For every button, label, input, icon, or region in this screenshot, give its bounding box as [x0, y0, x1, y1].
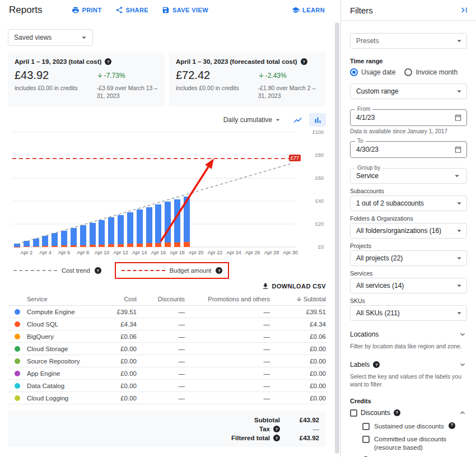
service-discounts: —: [137, 395, 185, 402]
dropdown-arrow-icon: [454, 86, 464, 96]
filtered-total-label: Filtered total: [231, 435, 270, 441]
budget-amount-badge: £77: [289, 155, 301, 161]
help-icon[interactable]: ?: [105, 58, 111, 65]
main-scrollbar[interactable]: [334, 0, 340, 457]
x-axis-tick: Apr 4: [39, 250, 52, 255]
col-cost[interactable]: Cost: [100, 296, 137, 302]
arrow-down-icon: [258, 72, 264, 78]
collapse-panel-icon: [459, 5, 469, 15]
services-select[interactable]: All services (14): [350, 278, 467, 293]
collapse-panel-button[interactable]: [459, 5, 469, 15]
summary-cards: April 1 – 19, 2023 (total cost) ? £43.92…: [8, 53, 326, 106]
range-type-value: Custom range: [356, 87, 398, 95]
col-service[interactable]: Service: [27, 296, 100, 302]
share-label: SHARE: [126, 7, 149, 13]
expand-icon[interactable]: [458, 360, 467, 369]
checkbox[interactable]: [362, 423, 370, 430]
service-promotions: —: [185, 383, 270, 389]
labels-title: Labels: [350, 361, 370, 369]
filters-title: Filters: [350, 6, 373, 15]
service-color-dot: [15, 358, 20, 364]
budget-amount-label: Budget amount: [170, 267, 212, 274]
collapse-icon[interactable]: [458, 408, 467, 417]
chart-mode-dropdown[interactable]: Daily cumulative: [223, 115, 282, 124]
cost-chart: £77 £0£20£40£60£80£100 Apr 2Apr 4Apr 6Ap…: [8, 129, 326, 261]
projects-label: Projects: [350, 243, 467, 249]
chart-controls: Daily cumulative: [8, 113, 326, 127]
radio-usage-date[interactable]: Usage date: [350, 68, 395, 76]
y-axis: £0£20£40£60£80£100: [298, 132, 324, 247]
radio-invoice-month[interactable]: Invoice month: [404, 68, 458, 76]
presets-select[interactable]: Presets: [350, 33, 467, 49]
subaccounts-select[interactable]: 1 out of 2 subaccounts: [350, 195, 467, 211]
calendar-icon[interactable]: [454, 114, 462, 122]
dropdown-arrow-icon: [454, 36, 464, 46]
bar-chart-icon: [313, 115, 323, 125]
expand-icon[interactable]: [458, 330, 467, 339]
help-icon[interactable]: ?: [373, 361, 380, 368]
x-axis-tick: Apr 8: [77, 250, 89, 255]
from-date-field[interactable]: From 4/1/23: [350, 109, 467, 126]
help-icon[interactable]: ?: [449, 422, 455, 429]
folders-organizations-value: All folders/organizations (16): [356, 227, 441, 235]
x-axis-tick: Apr 22: [208, 250, 223, 255]
calendar-icon[interactable]: [454, 146, 462, 153]
x-axis-tick: Apr 2: [20, 250, 32, 255]
print-label: PRINT: [82, 7, 102, 13]
col-subtotal[interactable]: Subtotal: [270, 296, 326, 302]
services-label: Services: [350, 270, 467, 277]
total-cost-card: April 1 – 19, 2023 (total cost) ? £43.92…: [8, 53, 165, 106]
discounts-checkbox[interactable]: [350, 409, 357, 417]
scrollbar-thumb[interactable]: [335, 22, 339, 454]
learn-label: LEARN: [302, 7, 325, 13]
help-icon[interactable]: ?: [95, 267, 101, 274]
help-icon[interactable]: ?: [216, 267, 222, 274]
save-view-button[interactable]: SAVE VIEW: [162, 6, 208, 14]
print-button[interactable]: PRINT: [72, 6, 102, 14]
service-subtotal: £0.00: [270, 395, 326, 402]
filtered-total-help-icon[interactable]: ?: [273, 435, 280, 441]
projects-value: All projects (22): [356, 254, 403, 262]
y-axis-tick: £80: [315, 152, 324, 158]
service-table-row: Cloud Logging£0.00——£0.00: [8, 392, 326, 404]
service-name: App Engine: [27, 370, 100, 377]
locations-section-header[interactable]: Locations: [350, 330, 467, 339]
service-color-dot: [15, 383, 20, 389]
service-name: Source Repository: [27, 358, 100, 365]
table-header-row: Service Cost Discounts Promotions and ot…: [8, 292, 326, 306]
forecast-cost-card: April 1 – 30, 2023 (forecasted total cos…: [169, 53, 326, 106]
service-table-row: Data Catalog£0.00——£0.00: [8, 380, 326, 392]
service-discounts: —: [137, 321, 185, 328]
chart-plot-area: £77: [12, 132, 295, 247]
y-axis-tick: £0: [318, 244, 324, 250]
service-table-row: Compute Engine£39.51——£39.51: [8, 306, 326, 318]
checkbox[interactable]: [362, 436, 370, 443]
arrow-down-icon: [97, 72, 103, 78]
learn-link[interactable]: LEARN: [292, 6, 325, 14]
projects-select[interactable]: All projects (22): [350, 250, 467, 266]
to-date-field[interactable]: To 4/30/23: [350, 141, 467, 158]
col-discounts[interactable]: Discounts: [137, 296, 185, 302]
reports-topbar: Reports PRINT SHARE SAVE VIEW LEARN: [0, 0, 334, 20]
bar-chart-toggle[interactable]: [309, 113, 326, 127]
tax-help-icon[interactable]: ?: [273, 426, 280, 432]
labels-section-header[interactable]: Labels ?: [350, 360, 467, 369]
x-axis-tick: Apr 12: [113, 250, 128, 255]
service-table-row: Cloud SQL£4.34——£4.34: [8, 318, 326, 330]
line-chart-toggle[interactable]: [289, 113, 306, 127]
help-icon[interactable]: ?: [394, 409, 400, 416]
group-by-select[interactable]: Group by Service: [350, 168, 467, 184]
help-icon[interactable]: ?: [301, 58, 307, 65]
service-discounts: —: [137, 383, 185, 389]
skus-select[interactable]: All SKUs (211): [350, 305, 467, 321]
download-csv-button[interactable]: DOWNLOAD CSV: [262, 282, 326, 290]
saved-views-dropdown[interactable]: Saved views: [8, 29, 93, 46]
x-axis-tick: Apr 14: [132, 250, 147, 255]
range-type-select[interactable]: Custom range: [350, 83, 467, 99]
service-color-dot: [15, 321, 20, 327]
share-button[interactable]: SHARE: [115, 6, 149, 14]
service-cost: £0.00: [100, 358, 137, 365]
service-name: Cloud Logging: [27, 395, 100, 402]
folders-organizations-select[interactable]: All folders/organizations (16): [350, 223, 467, 239]
col-promotions[interactable]: Promotions and others: [185, 296, 270, 302]
